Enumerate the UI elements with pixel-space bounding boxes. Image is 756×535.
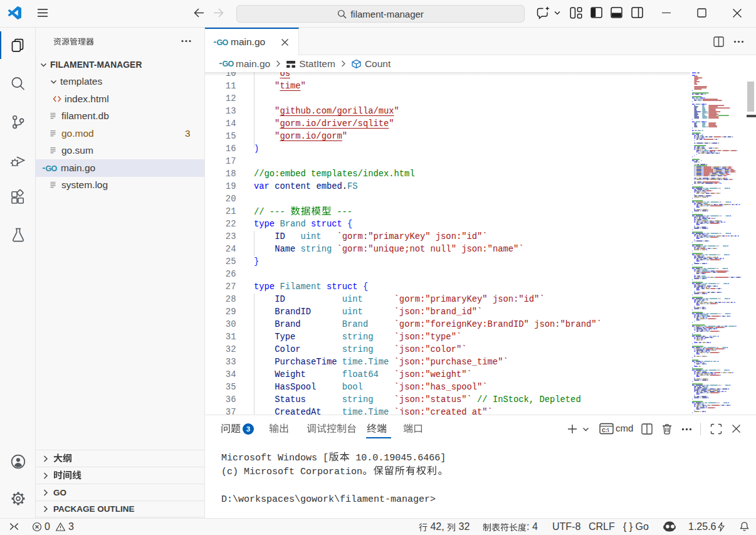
svg-text:C:\: C:\: [602, 427, 609, 433]
